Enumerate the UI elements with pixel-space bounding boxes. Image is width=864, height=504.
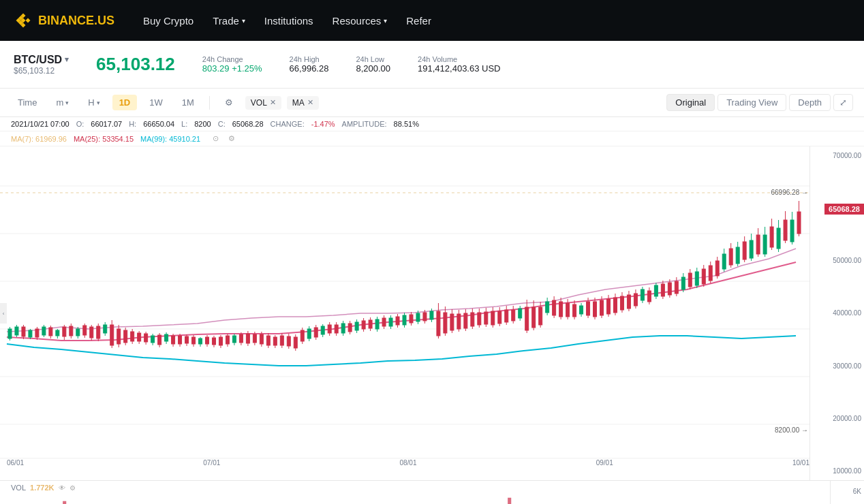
x-date-0901: 09/01 xyxy=(596,459,613,467)
y-label-20k: 20000.00 xyxy=(813,415,861,422)
chart-info-row: 2021/10/21 07:00 O: 66017.07 H: 66650.04… xyxy=(0,117,864,131)
interval-1m-btn[interactable]: 1M xyxy=(175,95,201,110)
pair-price-small: $65,103.12 xyxy=(14,66,69,76)
interval-1w-btn[interactable]: 1W xyxy=(142,95,170,110)
interval-h-btn[interactable]: H ▾ xyxy=(81,95,106,110)
vol-container: VOL 1.772K 👁 ⚙ xyxy=(0,480,864,504)
x-date-0601: 06/01 xyxy=(7,459,24,467)
volume-bars xyxy=(0,481,830,504)
ticker-bar: BTC/USD ▾ $65,103.12 65,103.12 24h Chang… xyxy=(0,41,864,89)
ma99-label: MA(99): 45910.21 xyxy=(140,135,200,143)
vol-y-axis: 6K 4K 2K 0 xyxy=(830,481,864,504)
interval-h-chevron: ▾ xyxy=(97,99,100,106)
y-label-70k: 70000.00 xyxy=(813,152,861,159)
nav-buy-crypto[interactable]: Buy Crypto xyxy=(143,15,194,27)
amplitude-val: 88.51% xyxy=(394,120,419,128)
x-date-0801: 08/01 xyxy=(399,459,416,467)
svg-rect-326 xyxy=(508,498,511,504)
trade-chevron-icon: ▾ xyxy=(242,17,245,25)
sliders-icon: ⚙ xyxy=(225,97,233,108)
current-price-tag: 65068.28 xyxy=(824,204,864,215)
x-date-1001: 10/01 xyxy=(792,459,809,467)
high-val: 66650.04 xyxy=(143,120,174,128)
volume-value: 191,412,403.63 USD xyxy=(418,63,500,74)
view-original-btn[interactable]: Original xyxy=(666,94,715,111)
interval-m-btn[interactable]: m ▾ xyxy=(49,95,76,110)
y-label-30k: 30000.00 xyxy=(813,362,861,370)
view-trading-btn[interactable]: Trading View xyxy=(718,94,786,111)
vol-eye-icon[interactable]: 👁 xyxy=(59,484,65,492)
high-value: 66,996.28 xyxy=(290,63,329,74)
copy-icon[interactable]: ⊙ xyxy=(213,134,219,143)
x-axis-dates: 06/01 07/01 08/01 09/01 10/01 xyxy=(7,459,809,467)
nav-links: Buy Crypto Trade ▾ Institutions Resource… xyxy=(143,15,431,27)
low-val: 8200 xyxy=(194,120,211,128)
change-value: 803.29 +1.25% xyxy=(202,63,262,74)
low-stat: 24h Low 8,200.00 xyxy=(356,55,390,74)
change-pct: -1.47% xyxy=(311,120,335,128)
svg-rect-261 xyxy=(63,501,66,504)
nav-institutions[interactable]: Institutions xyxy=(264,15,313,27)
nav-resources[interactable]: Resources ▾ xyxy=(333,15,388,27)
vol-close-icon[interactable]: ✕ xyxy=(270,98,276,107)
vol-settings-icon[interactable]: ⚙ xyxy=(70,484,76,492)
pair-name: BTC/USD ▾ xyxy=(14,54,69,66)
resources-chevron-icon: ▾ xyxy=(384,17,387,25)
ma-tag[interactable]: MA ✕ xyxy=(287,96,319,110)
pair-selector[interactable]: BTC/USD ▾ $65,103.12 xyxy=(14,54,69,76)
separator-1 xyxy=(209,96,210,110)
chart-toolbar: Time m ▾ H ▾ 1D 1W 1M ⚙ VOL ✕ MA ✕ Origi… xyxy=(0,89,864,117)
ma7-label: MA(7): 61969.96 xyxy=(11,135,67,143)
ohlc-date: 2021/10/21 07:00 xyxy=(11,120,70,128)
vol-tag[interactable]: VOL ✕ xyxy=(245,96,281,110)
low-line-label: 8200.00 → xyxy=(775,426,808,434)
volume-stat: 24h Volume 191,412,403.63 USD xyxy=(418,55,500,74)
vol-value: 1.772K xyxy=(30,484,54,492)
navbar: BINANCE.US Buy Crypto Trade ▾ Institutio… xyxy=(0,0,864,41)
low-value: 8,200.00 xyxy=(356,63,390,74)
ma-info-row: MA(7): 61969.96 MA(25): 53354.15 MA(99):… xyxy=(0,131,864,146)
nav-refer[interactable]: Refer xyxy=(406,15,431,27)
x-date-0701: 07/01 xyxy=(203,459,220,467)
settings-icon[interactable]: ⚙ xyxy=(228,134,235,143)
y-label-40k: 40000.00 xyxy=(813,309,861,317)
vol-y-6k: 6K xyxy=(833,488,861,495)
filter-btn[interactable]: ⚙ xyxy=(218,95,240,110)
brand-name: BINANCE.US xyxy=(38,14,114,28)
time-btn[interactable]: Time xyxy=(11,95,44,110)
view-depth-btn[interactable]: Depth xyxy=(789,94,831,111)
interval-1d-btn[interactable]: 1D xyxy=(112,95,138,110)
candlestick-chart[interactable] xyxy=(0,146,809,480)
ma-close-icon[interactable]: ✕ xyxy=(307,98,313,107)
expand-btn[interactable]: ⤢ xyxy=(833,94,853,111)
vol-label: VOL xyxy=(11,484,26,492)
interval-m-chevron: ▾ xyxy=(65,99,69,106)
pair-dropdown-icon: ▾ xyxy=(65,55,69,64)
nav-trade[interactable]: Trade ▾ xyxy=(213,15,245,27)
vol-label-row: VOL 1.772K 👁 ⚙ xyxy=(11,484,76,492)
high-stat: 24h High 66,996.28 xyxy=(290,55,329,74)
close-val: 65068.28 xyxy=(232,120,264,128)
ma25-label: MA(25): 53354.15 xyxy=(74,135,134,143)
open-val: 66017.07 xyxy=(91,120,122,128)
change-stat: 24h Change 803.29 +1.25% xyxy=(202,55,262,74)
y-label-50k: 50000.00 xyxy=(813,257,861,264)
view-switcher: Original Trading View Depth ⤢ xyxy=(666,94,853,111)
chart-area: ‹ xyxy=(0,146,864,480)
chart-y-axis: 70000.00 60000.00 50000.00 40000.00 3000… xyxy=(809,146,864,480)
y-label-10k: 10000.00 xyxy=(813,467,861,475)
ticker-price: 65,103.12 xyxy=(96,54,175,75)
brand-logo[interactable]: BINANCE.US xyxy=(14,11,114,30)
high-line-label: 66996.28 → xyxy=(771,189,809,196)
